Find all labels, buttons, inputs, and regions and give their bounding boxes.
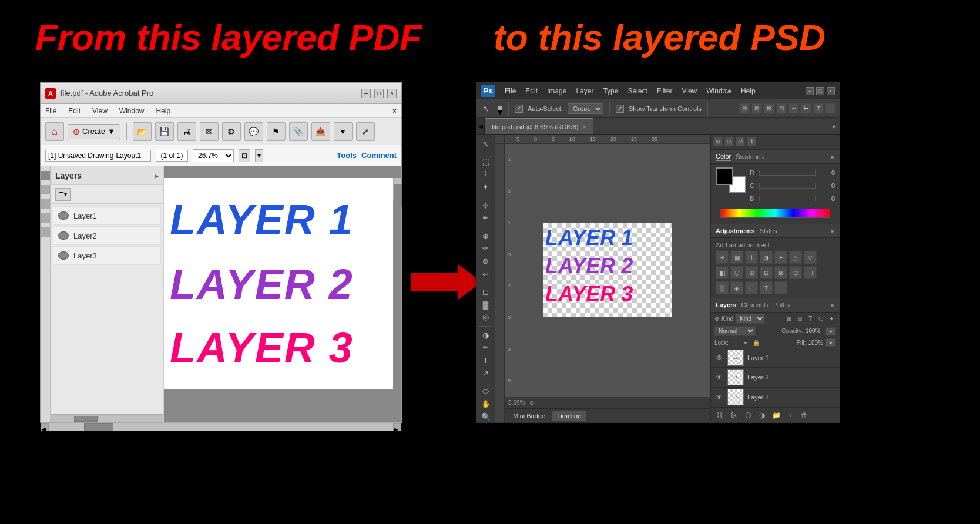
ps-menu-window[interactable]: Window xyxy=(706,87,731,95)
horizontal-scroll-thumb[interactable] xyxy=(84,423,113,431)
ps-right-icon-2[interactable]: ⊟ xyxy=(724,137,734,146)
ps-menu-help[interactable]: Help xyxy=(741,87,756,95)
tab-collapse-left[interactable]: ◂ xyxy=(476,118,485,134)
layers-menu-btn[interactable]: ☰▾ xyxy=(55,188,71,201)
ps-adj-panel-collapse[interactable]: ▸ xyxy=(831,227,835,235)
layer-item-1[interactable]: Layer1 xyxy=(53,206,161,225)
ps-layer3-visibility-icon[interactable]: 👁 xyxy=(714,392,724,402)
left-icon-3[interactable] xyxy=(41,199,50,209)
tools-button[interactable]: Tools xyxy=(337,151,357,160)
ps-delete-layer-btn[interactable]: 🗑 xyxy=(799,410,810,421)
ps-mini-bridge-tab[interactable]: Mini Bridge xyxy=(508,411,550,421)
ps-lock-move-icon[interactable]: ✒ xyxy=(741,338,750,347)
tab-collapse-right[interactable]: ▸ xyxy=(833,122,836,130)
ps-layers-tab[interactable]: Layers xyxy=(716,301,736,308)
vibrance-adj-icon[interactable]: ✦ xyxy=(774,251,787,264)
layer-item-3[interactable]: Layer3 xyxy=(53,246,161,265)
scroll-left-btn[interactable]: ◂ xyxy=(41,423,49,431)
levels-adj-icon[interactable]: ▦ xyxy=(730,251,743,264)
dodge-tool[interactable]: ◑ xyxy=(478,329,494,341)
left-icon-5[interactable] xyxy=(41,227,50,237)
colorlookup-adj-icon[interactable]: ⊟ xyxy=(760,266,773,279)
ps-smart-filter-icon[interactable]: ✦ xyxy=(827,314,836,323)
acrobat-menu-file[interactable]: File xyxy=(45,107,56,115)
marquee-tool[interactable]: ⬚ xyxy=(478,156,494,167)
invert-adj-icon[interactable]: ⊠ xyxy=(774,266,787,279)
ps-right-icon-3[interactable]: Ai xyxy=(736,137,745,146)
zoom-fit-btn[interactable]: ⊡ xyxy=(239,149,250,162)
page-name-input[interactable] xyxy=(45,150,151,162)
arrange-icon-3[interactable]: ⊠ xyxy=(764,103,774,114)
ps-close-btn[interactable]: × xyxy=(827,87,835,95)
ps-right-icon-1[interactable]: ⊞ xyxy=(713,137,723,146)
ps-add-style-btn[interactable]: fx xyxy=(729,410,739,421)
ps-channels-tab[interactable]: Channels xyxy=(741,301,768,308)
adj-icon-5[interactable]: ⊥ xyxy=(774,281,787,294)
colorbalance-adj-icon[interactable]: ▽ xyxy=(804,251,817,264)
ps-link-layers-btn[interactable]: ⛓ xyxy=(714,410,725,421)
save-button[interactable]: 💾 xyxy=(155,122,174,141)
type-tool[interactable]: T xyxy=(478,355,494,367)
eyedropper-tool[interactable]: ✒ xyxy=(478,212,494,224)
ps-red-slider[interactable] xyxy=(759,170,816,176)
flag-tool[interactable]: ⚑ xyxy=(267,122,286,141)
open-button[interactable]: 📂 xyxy=(133,122,152,141)
ps-layer2-visibility-icon[interactable]: 👁 xyxy=(714,372,724,382)
auto-select-checkbox[interactable]: ✓ xyxy=(515,105,523,113)
ps-fill-expand-btn[interactable]: ▸ xyxy=(825,338,836,347)
options-arrow-icon[interactable]: ▾ xyxy=(498,106,502,111)
hue-adj-icon[interactable]: △ xyxy=(789,251,802,264)
zoom-down-btn[interactable]: ▾ xyxy=(255,149,263,162)
channelmixer-adj-icon[interactable]: ⊞ xyxy=(745,266,758,279)
ps-layer-row-2[interactable]: 👁 L2 Layer 2 xyxy=(711,368,840,387)
ps-menu-file[interactable]: File xyxy=(505,87,516,95)
ps-adjustments-tab[interactable]: Adjustments xyxy=(716,227,755,234)
ps-layers-panel-collapse[interactable]: ▸ xyxy=(831,301,835,309)
align-icon-2[interactable]: ⊢ xyxy=(801,103,811,114)
vertical-scrollbar[interactable] xyxy=(393,178,401,201)
expand-button[interactable]: ⤢ xyxy=(356,122,375,141)
ps-menu-filter[interactable]: Filter xyxy=(657,87,673,95)
layer-item-2[interactable]: Layer2 xyxy=(53,226,161,245)
ps-menu-layer[interactable]: Layer xyxy=(576,87,593,95)
curves-adj-icon[interactable]: ⌇ xyxy=(745,251,758,264)
comment-tool[interactable]: 💬 xyxy=(244,122,263,141)
auto-select-dropdown[interactable]: Group Layer xyxy=(568,103,603,114)
ps-blend-mode-select[interactable]: Normal Multiply Screen xyxy=(714,326,756,336)
blur-tool[interactable]: ◎ xyxy=(478,311,494,323)
ps-document-tab[interactable]: file psd.psd @ 6.69% (RGB/8) × xyxy=(485,118,593,134)
acrobat-create-button[interactable]: ⊕ Create ▼ xyxy=(68,124,120,139)
ps-swatches-tab[interactable]: Swatches xyxy=(736,153,764,160)
arrange-icon-1[interactable]: ⊟ xyxy=(739,103,750,114)
ps-kind-select[interactable]: Kind xyxy=(736,314,765,324)
email-button[interactable]: ✉ xyxy=(200,122,219,141)
crop-tool[interactable]: ⊹ xyxy=(478,199,494,211)
zoom-select[interactable]: 26.7% 50% 100% xyxy=(193,149,234,162)
ps-add-adjustment-btn[interactable]: ◑ xyxy=(757,410,767,421)
acrobat-menu-view[interactable]: View xyxy=(92,107,108,115)
ps-color-spectrum[interactable] xyxy=(720,209,830,218)
vertical-scroll-thumb[interactable] xyxy=(394,184,402,207)
threshold-adj-icon[interactable]: ⊣ xyxy=(804,266,817,279)
acrobat-menu-help[interactable]: Help xyxy=(156,107,171,115)
ps-adj-filter-icon[interactable]: ⊟ xyxy=(795,314,804,323)
ps-new-group-btn[interactable]: 📁 xyxy=(771,410,781,421)
ps-green-slider[interactable] xyxy=(759,183,816,189)
adj-icon-4[interactable]: ⊤ xyxy=(760,281,773,294)
ps-shape-filter-icon[interactable]: ⬡ xyxy=(816,314,825,323)
ps-add-mask-btn[interactable]: ⬡ xyxy=(743,410,753,421)
ps-lock-all-icon[interactable]: 🔒 xyxy=(752,338,760,347)
more-tools[interactable]: ▾ xyxy=(334,122,353,141)
pen-tool[interactable]: ✒ xyxy=(478,342,494,354)
acrobat-menu-window[interactable]: Window xyxy=(119,107,145,115)
gradient-tool[interactable]: ▓ xyxy=(478,298,494,310)
history-brush[interactable]: ↩ xyxy=(478,268,494,280)
layer1-eye-icon[interactable] xyxy=(58,211,69,220)
eraser-tool[interactable]: ◻ xyxy=(478,286,494,298)
move-tool-icon[interactable]: ↖ xyxy=(480,103,492,115)
ps-menu-edit[interactable]: Edit xyxy=(525,87,538,95)
shape-tool[interactable]: ⬭ xyxy=(478,385,494,397)
left-icon-4[interactable] xyxy=(41,213,50,223)
comment-button[interactable]: Comment xyxy=(361,151,397,160)
magic-wand-tool[interactable]: ✦ xyxy=(478,182,494,193)
